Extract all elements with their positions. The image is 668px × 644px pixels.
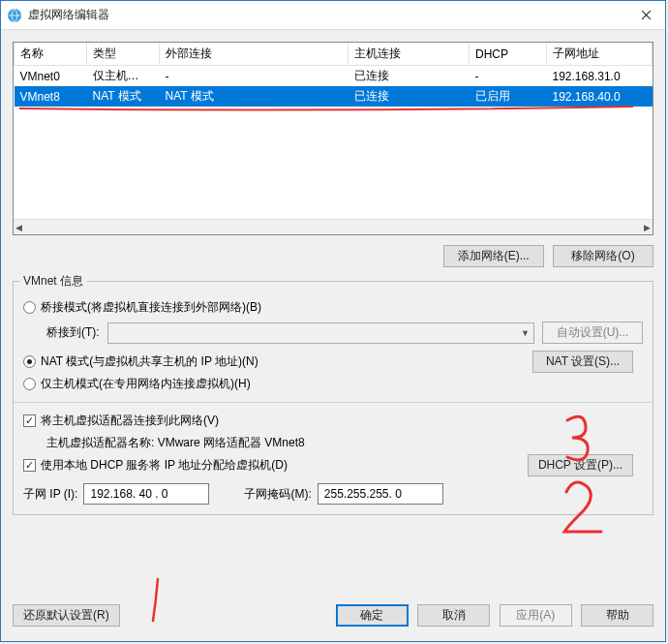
apply-button: 应用(A)	[500, 604, 572, 627]
horizontal-scrollbar[interactable]: ◀ ▶	[14, 219, 653, 234]
hostonly-radio-row[interactable]: 仅主机模式(在专用网络内连接虚拟机)(H)	[23, 376, 643, 392]
groupbox-legend: VMnet 信息	[19, 273, 87, 290]
connect-host-checkbox-row[interactable]: 将主机虚拟适配器连接到此网络(V)	[23, 413, 643, 429]
cancel-button[interactable]: 取消	[417, 604, 490, 627]
scroll-right-icon[interactable]: ▶	[644, 223, 651, 232]
subnet-mask-label: 子网掩码(M):	[244, 486, 311, 503]
col-name[interactable]: 名称	[15, 43, 87, 66]
table-row-selected[interactable]: VMnet8 NAT 模式 NAT 模式 已连接 已启用 192.168.40.…	[15, 86, 653, 107]
radio-icon	[23, 355, 36, 368]
connect-host-label: 将主机虚拟适配器连接到此网络(V)	[41, 413, 219, 429]
col-subnet[interactable]: 子网地址	[547, 43, 653, 66]
hostonly-label: 仅主机模式(在专用网络内连接虚拟机)(H)	[41, 376, 251, 392]
separator	[14, 402, 653, 403]
nat-label: NAT 模式(与虚拟机共享主机的 IP 地址)(N)	[41, 353, 258, 370]
vmnet-info-group: VMnet 信息 桥接模式(将虚拟机直接连接到外部网络)(B) 桥接到(T): …	[13, 281, 653, 515]
auto-setting-button: 自动设置(U)...	[542, 322, 643, 344]
add-network-button[interactable]: 添加网络(E)...	[443, 245, 544, 267]
chevron-down-icon: ▼	[521, 328, 530, 338]
dhcp-settings-button[interactable]: DHCP 设置(P)...	[528, 454, 633, 476]
subnet-ip-label: 子网 IP (I):	[23, 486, 77, 503]
dhcp-checkbox-row[interactable]: 使用本地 DHCP 服务将 IP 地址分配给虚拟机(D) DHCP 设置(P).…	[23, 457, 643, 474]
bridge-combo[interactable]: ▼	[107, 322, 534, 344]
subnet-mask-input[interactable]: 255.255.255. 0	[318, 483, 443, 505]
col-host[interactable]: 主机连接	[349, 43, 470, 66]
radio-icon	[23, 301, 36, 314]
ok-button[interactable]: 确定	[336, 604, 409, 627]
bridge-label: 桥接模式(将虚拟机直接连接到外部网络)(B)	[41, 299, 261, 316]
remove-network-button[interactable]: 移除网络(O)	[553, 245, 653, 267]
col-ext[interactable]: 外部连接	[160, 43, 349, 66]
network-table[interactable]: 名称 类型 外部连接 主机连接 DHCP 子网地址 VMnet0 仅主机… - …	[13, 42, 653, 235]
subnet-ip-input[interactable]: 192.168. 40 . 0	[83, 483, 209, 505]
adapter-name-text: 主机虚拟适配器名称: VMware 网络适配器 VMnet8	[46, 435, 643, 451]
table-header-row: 名称 类型 外部连接 主机连接 DHCP 子网地址	[15, 43, 653, 66]
radio-icon	[23, 378, 36, 390]
help-button[interactable]: 帮助	[581, 604, 653, 627]
window-title: 虚拟网络编辑器	[28, 7, 109, 23]
close-button[interactable]	[626, 1, 665, 28]
app-icon	[7, 8, 22, 23]
checkbox-icon	[23, 459, 36, 472]
col-dhcp[interactable]: DHCP	[470, 43, 547, 66]
checkbox-icon	[23, 414, 36, 427]
titlebar: 虚拟网络编辑器	[1, 1, 665, 30]
scroll-left-icon[interactable]: ◀	[15, 223, 22, 232]
close-icon	[641, 10, 652, 20]
nat-radio-row[interactable]: NAT 模式(与虚拟机共享主机的 IP 地址)(N) NAT 设置(S)...	[23, 353, 643, 370]
col-type[interactable]: 类型	[87, 43, 160, 66]
bridge-to-label: 桥接到(T):	[46, 324, 100, 341]
bridge-radio-row[interactable]: 桥接模式(将虚拟机直接连接到外部网络)(B)	[23, 299, 643, 316]
table-row[interactable]: VMnet0 仅主机… - 已连接 - 192.168.31.0	[15, 66, 653, 87]
nat-settings-button[interactable]: NAT 设置(S)...	[532, 351, 633, 373]
dhcp-label: 使用本地 DHCP 服务将 IP 地址分配给虚拟机(D)	[41, 457, 288, 474]
restore-defaults-button[interactable]: 还原默认设置(R)	[13, 604, 120, 627]
